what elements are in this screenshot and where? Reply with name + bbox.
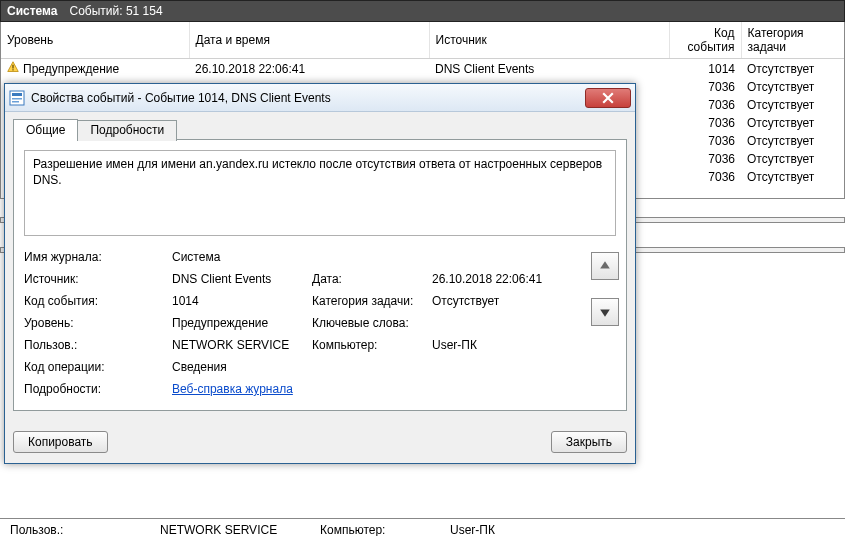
- log-header: Система Событий: 51 154: [0, 0, 845, 22]
- svg-rect-5: [12, 101, 19, 103]
- val-keywords: [432, 316, 592, 330]
- event-icon: [9, 90, 25, 106]
- ghost-user-lbl: Пользов.:: [10, 523, 160, 536]
- ghost-comp-val: User-ПК: [450, 523, 600, 536]
- cell-task: Отсутствует: [741, 59, 845, 79]
- lbl-opcode: Код операции:: [24, 360, 172, 374]
- cell-event-id: 7036: [669, 150, 741, 168]
- prev-event-button[interactable]: [591, 252, 619, 280]
- lbl-source: Источник:: [24, 272, 172, 286]
- val-computer: User-ПК: [432, 338, 592, 352]
- svg-rect-4: [12, 98, 22, 100]
- col-event-id[interactable]: Код события: [669, 22, 741, 59]
- lbl-task: Категория задачи:: [312, 294, 432, 308]
- events-count: Событий: 51 154: [70, 4, 163, 18]
- col-datetime[interactable]: Дата и время: [189, 22, 429, 59]
- col-source[interactable]: Источник: [429, 22, 669, 59]
- cell-task: Отсутствует: [741, 168, 845, 186]
- event-properties-grid: Имя журнала: Система Источник: DNS Clien…: [24, 250, 616, 396]
- lbl-log: Имя журнала:: [24, 250, 172, 264]
- cell-event-id: 7036: [669, 78, 741, 96]
- svg-rect-1: [12, 69, 13, 70]
- svg-rect-0: [12, 65, 13, 69]
- event-properties-dialog: Свойства событий - Событие 1014, DNS Cli…: [4, 83, 636, 464]
- cell-task: Отсутствует: [741, 150, 845, 168]
- table-row[interactable]: Предупреждение26.10.2018 22:06:41DNS Cli…: [1, 59, 845, 79]
- cell-task: Отсутствует: [741, 114, 845, 132]
- val-log: Система: [172, 250, 312, 264]
- lbl-keywords: Ключевые слова:: [312, 316, 432, 330]
- ghost-user-val: NETWORK SERVICE: [160, 523, 320, 536]
- val-level: Предупреждение: [172, 316, 312, 330]
- close-dialog-button[interactable]: Закрыть: [551, 431, 627, 453]
- close-button[interactable]: [585, 88, 631, 108]
- cell-event-id: 7036: [669, 114, 741, 132]
- next-event-button[interactable]: [591, 298, 619, 326]
- cell-datetime: 26.10.2018 22:06:41: [189, 59, 429, 79]
- lbl-event-id: Код события:: [24, 294, 172, 308]
- help-link[interactable]: Веб-справка журнала: [172, 382, 293, 396]
- cell-event-id: 7036: [669, 96, 741, 114]
- lbl-user: Пользов.:: [24, 338, 172, 352]
- val-event-id: 1014: [172, 294, 312, 308]
- svg-rect-3: [12, 93, 22, 96]
- tab-general[interactable]: Общие: [13, 119, 78, 140]
- dialog-title: Свойства событий - Событие 1014, DNS Cli…: [31, 91, 585, 105]
- warning-icon: [7, 61, 19, 76]
- val-opcode: Сведения: [172, 360, 312, 374]
- ghost-comp-lbl: Компьютер:: [320, 523, 450, 536]
- tab-general-page: Разрешение имен для имени an.yandex.ru и…: [13, 139, 627, 411]
- lbl-computer: Компьютер:: [312, 338, 432, 352]
- cell-task: Отсутствует: [741, 96, 845, 114]
- cell-task: Отсутствует: [741, 132, 845, 150]
- event-description[interactable]: Разрешение имен для имени an.yandex.ru и…: [24, 150, 616, 236]
- lbl-level: Уровень:: [24, 316, 172, 330]
- dialog-titlebar[interactable]: Свойства событий - Событие 1014, DNS Cli…: [5, 84, 635, 112]
- cell-level: Предупреждение: [23, 62, 119, 76]
- val-task: Отсутствует: [432, 294, 592, 308]
- val-date: 26.10.2018 22:06:41: [432, 272, 592, 286]
- lbl-more: Подробности:: [24, 382, 172, 396]
- val-source: DNS Client Events: [172, 272, 312, 286]
- tab-details[interactable]: Подробности: [77, 120, 177, 141]
- col-task[interactable]: Категория задачи: [741, 22, 845, 59]
- arrow-up-icon: [599, 260, 611, 272]
- val-user: NETWORK SERVICE: [172, 338, 312, 352]
- cell-task: Отсутствует: [741, 78, 845, 96]
- cell-event-id: 7036: [669, 132, 741, 150]
- log-name: Система: [7, 4, 58, 18]
- cell-event-id: 7036: [669, 168, 741, 186]
- close-icon: [602, 92, 614, 104]
- dialog-tabs: Общие Подробности: [13, 118, 627, 139]
- copy-button[interactable]: Копировать: [13, 431, 108, 453]
- cell-event-id: 1014: [669, 59, 741, 79]
- col-level[interactable]: Уровень: [1, 22, 189, 59]
- cell-source: DNS Client Events: [429, 59, 669, 79]
- background-detail-row: Пользов.: NETWORK SERVICE Компьютер: Use…: [0, 518, 845, 536]
- arrow-down-icon: [599, 306, 611, 318]
- lbl-date: Дата:: [312, 272, 432, 286]
